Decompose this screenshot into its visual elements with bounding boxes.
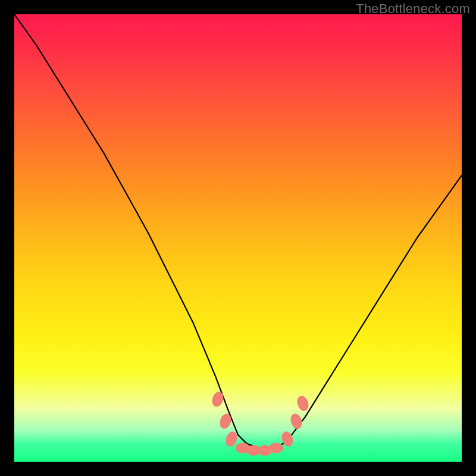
chart-frame: TheBottleneck.com (0, 0, 476, 476)
bottleneck-curve (14, 14, 462, 462)
plot-area (14, 14, 462, 462)
watermark-text: TheBottleneck.com (356, 1, 470, 17)
curve-marker (269, 443, 283, 453)
